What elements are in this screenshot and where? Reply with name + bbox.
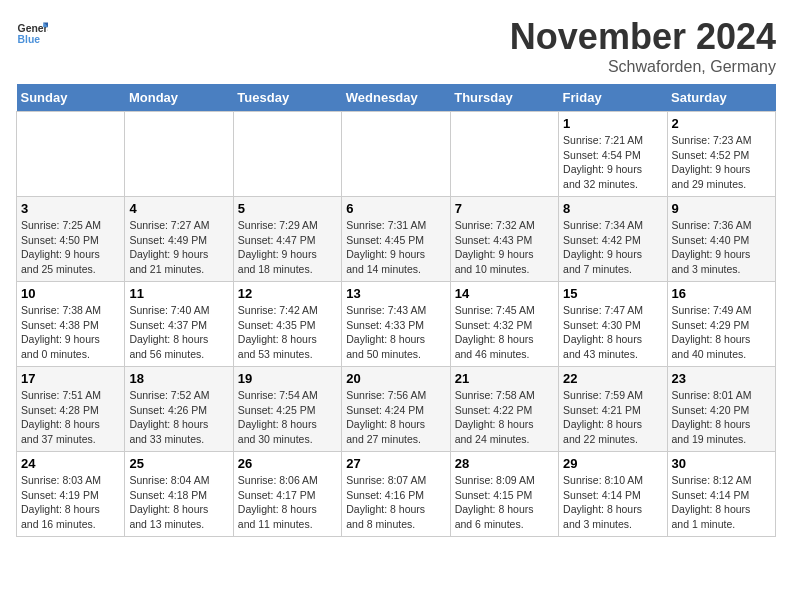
- day-number: 3: [21, 201, 120, 216]
- day-number: 6: [346, 201, 445, 216]
- day-info: Sunrise: 8:07 AM Sunset: 4:16 PM Dayligh…: [346, 473, 445, 532]
- header-day-saturday: Saturday: [667, 84, 775, 112]
- day-info: Sunrise: 8:09 AM Sunset: 4:15 PM Dayligh…: [455, 473, 554, 532]
- header-day-wednesday: Wednesday: [342, 84, 450, 112]
- day-number: 20: [346, 371, 445, 386]
- month-title: November 2024: [510, 16, 776, 58]
- calendar-cell: 17Sunrise: 7:51 AM Sunset: 4:28 PM Dayli…: [17, 367, 125, 452]
- day-number: 23: [672, 371, 771, 386]
- header-day-tuesday: Tuesday: [233, 84, 341, 112]
- calendar-cell: 23Sunrise: 8:01 AM Sunset: 4:20 PM Dayli…: [667, 367, 775, 452]
- day-info: Sunrise: 7:49 AM Sunset: 4:29 PM Dayligh…: [672, 303, 771, 362]
- day-number: 26: [238, 456, 337, 471]
- day-number: 29: [563, 456, 662, 471]
- day-info: Sunrise: 7:59 AM Sunset: 4:21 PM Dayligh…: [563, 388, 662, 447]
- calendar-week-1: 3Sunrise: 7:25 AM Sunset: 4:50 PM Daylig…: [17, 197, 776, 282]
- day-number: 13: [346, 286, 445, 301]
- calendar-cell: 12Sunrise: 7:42 AM Sunset: 4:35 PM Dayli…: [233, 282, 341, 367]
- calendar-cell: 10Sunrise: 7:38 AM Sunset: 4:38 PM Dayli…: [17, 282, 125, 367]
- calendar-cell: 9Sunrise: 7:36 AM Sunset: 4:40 PM Daylig…: [667, 197, 775, 282]
- day-number: 10: [21, 286, 120, 301]
- calendar-cell: [233, 112, 341, 197]
- calendar-body: 1Sunrise: 7:21 AM Sunset: 4:54 PM Daylig…: [17, 112, 776, 537]
- calendar-cell: [450, 112, 558, 197]
- calendar-cell: 28Sunrise: 8:09 AM Sunset: 4:15 PM Dayli…: [450, 452, 558, 537]
- location: Schwaforden, Germany: [510, 58, 776, 76]
- header-day-friday: Friday: [559, 84, 667, 112]
- svg-text:Blue: Blue: [18, 34, 41, 45]
- header-day-sunday: Sunday: [17, 84, 125, 112]
- day-number: 19: [238, 371, 337, 386]
- day-info: Sunrise: 7:36 AM Sunset: 4:40 PM Dayligh…: [672, 218, 771, 277]
- day-info: Sunrise: 7:31 AM Sunset: 4:45 PM Dayligh…: [346, 218, 445, 277]
- day-info: Sunrise: 7:52 AM Sunset: 4:26 PM Dayligh…: [129, 388, 228, 447]
- day-info: Sunrise: 8:06 AM Sunset: 4:17 PM Dayligh…: [238, 473, 337, 532]
- day-number: 18: [129, 371, 228, 386]
- day-info: Sunrise: 7:54 AM Sunset: 4:25 PM Dayligh…: [238, 388, 337, 447]
- day-number: 16: [672, 286, 771, 301]
- day-number: 24: [21, 456, 120, 471]
- day-info: Sunrise: 7:34 AM Sunset: 4:42 PM Dayligh…: [563, 218, 662, 277]
- day-number: 8: [563, 201, 662, 216]
- day-info: Sunrise: 8:10 AM Sunset: 4:14 PM Dayligh…: [563, 473, 662, 532]
- calendar-week-3: 17Sunrise: 7:51 AM Sunset: 4:28 PM Dayli…: [17, 367, 776, 452]
- day-number: 11: [129, 286, 228, 301]
- day-info: Sunrise: 7:29 AM Sunset: 4:47 PM Dayligh…: [238, 218, 337, 277]
- logo: General Blue: [16, 16, 48, 48]
- day-info: Sunrise: 7:42 AM Sunset: 4:35 PM Dayligh…: [238, 303, 337, 362]
- calendar-cell: 2Sunrise: 7:23 AM Sunset: 4:52 PM Daylig…: [667, 112, 775, 197]
- day-number: 30: [672, 456, 771, 471]
- day-number: 17: [21, 371, 120, 386]
- day-number: 7: [455, 201, 554, 216]
- calendar-table: SundayMondayTuesdayWednesdayThursdayFrid…: [16, 84, 776, 537]
- calendar-header-row: SundayMondayTuesdayWednesdayThursdayFrid…: [17, 84, 776, 112]
- day-number: 21: [455, 371, 554, 386]
- calendar-week-0: 1Sunrise: 7:21 AM Sunset: 4:54 PM Daylig…: [17, 112, 776, 197]
- calendar-cell: [17, 112, 125, 197]
- day-number: 14: [455, 286, 554, 301]
- calendar-cell: 27Sunrise: 8:07 AM Sunset: 4:16 PM Dayli…: [342, 452, 450, 537]
- calendar-cell: 20Sunrise: 7:56 AM Sunset: 4:24 PM Dayli…: [342, 367, 450, 452]
- day-info: Sunrise: 7:27 AM Sunset: 4:49 PM Dayligh…: [129, 218, 228, 277]
- day-number: 9: [672, 201, 771, 216]
- calendar-cell: 5Sunrise: 7:29 AM Sunset: 4:47 PM Daylig…: [233, 197, 341, 282]
- day-number: 4: [129, 201, 228, 216]
- calendar-cell: 18Sunrise: 7:52 AM Sunset: 4:26 PM Dayli…: [125, 367, 233, 452]
- day-number: 22: [563, 371, 662, 386]
- calendar-cell: 6Sunrise: 7:31 AM Sunset: 4:45 PM Daylig…: [342, 197, 450, 282]
- calendar-cell: [125, 112, 233, 197]
- day-number: 5: [238, 201, 337, 216]
- calendar-week-4: 24Sunrise: 8:03 AM Sunset: 4:19 PM Dayli…: [17, 452, 776, 537]
- calendar-cell: 3Sunrise: 7:25 AM Sunset: 4:50 PM Daylig…: [17, 197, 125, 282]
- day-number: 28: [455, 456, 554, 471]
- day-info: Sunrise: 8:04 AM Sunset: 4:18 PM Dayligh…: [129, 473, 228, 532]
- day-number: 2: [672, 116, 771, 131]
- calendar-cell: 11Sunrise: 7:40 AM Sunset: 4:37 PM Dayli…: [125, 282, 233, 367]
- calendar-cell: 29Sunrise: 8:10 AM Sunset: 4:14 PM Dayli…: [559, 452, 667, 537]
- header-day-thursday: Thursday: [450, 84, 558, 112]
- logo-icon: General Blue: [16, 16, 48, 48]
- calendar-cell: 22Sunrise: 7:59 AM Sunset: 4:21 PM Dayli…: [559, 367, 667, 452]
- calendar-week-2: 10Sunrise: 7:38 AM Sunset: 4:38 PM Dayli…: [17, 282, 776, 367]
- day-info: Sunrise: 8:01 AM Sunset: 4:20 PM Dayligh…: [672, 388, 771, 447]
- day-number: 25: [129, 456, 228, 471]
- day-number: 15: [563, 286, 662, 301]
- calendar-cell: 25Sunrise: 8:04 AM Sunset: 4:18 PM Dayli…: [125, 452, 233, 537]
- calendar-cell: 14Sunrise: 7:45 AM Sunset: 4:32 PM Dayli…: [450, 282, 558, 367]
- calendar-cell: 7Sunrise: 7:32 AM Sunset: 4:43 PM Daylig…: [450, 197, 558, 282]
- calendar-cell: 15Sunrise: 7:47 AM Sunset: 4:30 PM Dayli…: [559, 282, 667, 367]
- day-info: Sunrise: 8:12 AM Sunset: 4:14 PM Dayligh…: [672, 473, 771, 532]
- day-number: 1: [563, 116, 662, 131]
- calendar-cell: 19Sunrise: 7:54 AM Sunset: 4:25 PM Dayli…: [233, 367, 341, 452]
- calendar-cell: 26Sunrise: 8:06 AM Sunset: 4:17 PM Dayli…: [233, 452, 341, 537]
- calendar-cell: [342, 112, 450, 197]
- day-info: Sunrise: 7:56 AM Sunset: 4:24 PM Dayligh…: [346, 388, 445, 447]
- day-info: Sunrise: 7:40 AM Sunset: 4:37 PM Dayligh…: [129, 303, 228, 362]
- title-area: November 2024 Schwaforden, Germany: [510, 16, 776, 76]
- calendar-cell: 13Sunrise: 7:43 AM Sunset: 4:33 PM Dayli…: [342, 282, 450, 367]
- calendar-cell: 8Sunrise: 7:34 AM Sunset: 4:42 PM Daylig…: [559, 197, 667, 282]
- day-info: Sunrise: 7:51 AM Sunset: 4:28 PM Dayligh…: [21, 388, 120, 447]
- calendar-cell: 1Sunrise: 7:21 AM Sunset: 4:54 PM Daylig…: [559, 112, 667, 197]
- day-info: Sunrise: 8:03 AM Sunset: 4:19 PM Dayligh…: [21, 473, 120, 532]
- header-day-monday: Monday: [125, 84, 233, 112]
